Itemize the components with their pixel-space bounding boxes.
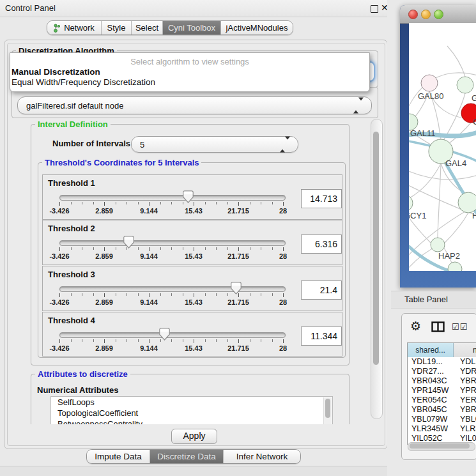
tab-network[interactable]: Network [47, 21, 101, 35]
threshold-2-value[interactable]: 6.316 [301, 234, 342, 254]
settings-viewport: Interval Definition Number of Intervals … [8, 119, 369, 424]
slider-tick [171, 293, 172, 296]
slider-track[interactable] [59, 240, 286, 246]
threshold-4-slider[interactable]: -3.4262.8599.14415.4321.71528 [57, 328, 287, 355]
table-row[interactable]: YBL079WYBL0 [408, 415, 476, 424]
minimize-traffic-light[interactable] [421, 10, 431, 19]
slider-track[interactable] [59, 332, 286, 338]
column-name[interactable]: n [454, 343, 476, 357]
attributes-scrollbar[interactable] [323, 397, 332, 424]
tab-style[interactable]: Style [101, 21, 131, 35]
slider-tick [116, 247, 116, 250]
slider-tick [59, 202, 60, 206]
cell-name[interactable]: YLR3 [457, 424, 476, 434]
number-of-intervals-label: Number of Intervals [52, 139, 130, 148]
slider-tick-label: -3.426 [49, 344, 69, 352]
threshold-2-slider[interactable]: -3.4262.8599.14415.4321.71528 [57, 236, 287, 263]
slider-thumb[interactable] [183, 190, 194, 203]
slider-tick [250, 339, 250, 342]
table-data-combo[interactable]: galFiltered.sif default node [17, 96, 372, 114]
cell-name[interactable]: YBR0 [457, 376, 476, 386]
attribute-item[interactable]: TopologicalCoefficient [51, 408, 332, 418]
number-of-intervals-spinner[interactable]: 5 [131, 136, 298, 153]
option-equal-width-frequency[interactable]: Equal Width/Frequency Discretization [12, 77, 155, 87]
threshold-1-box: Threshold 1 -3.4262.8599.14415.4321.7152… [42, 174, 342, 220]
cell-name[interactable]: YDL1 [457, 357, 476, 367]
cell-shared-name[interactable]: YLR345W [408, 424, 457, 434]
tab-infer-network[interactable]: Infer Network [223, 450, 300, 463]
interval-definition-group: Interval Definition Number of Intervals … [31, 124, 349, 365]
tab-discretize-data[interactable]: Discretize Data [150, 450, 223, 463]
slider-tick-label: 9.144 [140, 252, 158, 260]
slider-thumb[interactable] [231, 282, 242, 295]
cell-name[interactable]: YBL0 [457, 415, 476, 424]
numerical-attributes-list[interactable]: SelfLoopsTopologicalCoefficientBetweenne… [50, 396, 333, 424]
float-panel-icon[interactable] [371, 5, 378, 13]
cell-shared-name[interactable]: YER054C [408, 395, 457, 405]
slider-tick [227, 202, 228, 204]
zoom-traffic-light[interactable] [434, 10, 443, 19]
cell-shared-name[interactable]: YBL079W [408, 415, 457, 424]
network-canvas[interactable]: GAL80 G GAL11 GAL4 GCY1 H HAP2 C [409, 23, 476, 271]
node-gal80[interactable] [421, 75, 438, 91]
tab-impute-data[interactable]: Impute Data [87, 450, 150, 463]
cell-shared-name[interactable]: YBR045C [408, 405, 457, 415]
network-icon [54, 24, 61, 33]
slider-tick-label: 9.144 [140, 207, 158, 215]
table-hscrollbar[interactable] [408, 442, 475, 451]
slider-tick-label: 28 [279, 207, 287, 215]
node-bottom[interactable] [448, 262, 462, 271]
threshold-3-value[interactable]: 21.4 [301, 280, 342, 300]
table-row[interactable]: YPR145WYPR1 [408, 386, 476, 395]
tab-jactivemnodules[interactable]: jActiveMNodules [220, 21, 293, 35]
tab-select[interactable]: Select [131, 21, 162, 35]
gear-icon[interactable]: ⚙ [410, 319, 421, 334]
control-panel-tabs: Network Style Select Cyni Toolbox jActiv… [47, 20, 293, 35]
cell-name[interactable]: YER0 [457, 395, 476, 405]
threshold-3-slider[interactable]: -3.4262.8599.14415.4321.71528 [57, 282, 287, 309]
table-row[interactable]: YBR043CYBR0 [408, 376, 476, 386]
slider-tick [82, 339, 82, 342]
cell-name[interactable]: YPR1 [457, 386, 476, 395]
split-columns-icon[interactable] [431, 321, 445, 335]
checkbox-filter-icons[interactable]: ☑☑ [452, 322, 468, 332]
slider-tick [238, 339, 239, 343]
cell-name[interactable]: YDR2 [457, 367, 476, 376]
attribute-item[interactable]: SelfLoops [51, 397, 332, 408]
column-shared-name[interactable]: shared... [408, 343, 454, 357]
table-row[interactable]: YDL19...YDL1 [408, 357, 476, 367]
attribute-item[interactable]: BetweennessCentrality [51, 418, 332, 424]
threshold-4-value[interactable]: 11.344 [301, 326, 342, 346]
network-graph: GAL80 G GAL11 GAL4 GCY1 H HAP2 C [409, 23, 476, 271]
network-window-titlebar[interactable] [400, 5, 476, 24]
node-h[interactable] [458, 192, 476, 213]
slider-thumb[interactable] [159, 328, 170, 341]
threshold-1-slider[interactable]: -3.4262.8599.14415.4321.71528 [57, 190, 287, 217]
apply-button[interactable]: Apply [171, 429, 217, 444]
node-hap2[interactable] [431, 238, 445, 252]
slider-tick [160, 293, 161, 296]
cell-shared-name[interactable]: YDL19... [408, 357, 457, 367]
slider-track[interactable] [59, 195, 286, 201]
table-row[interactable]: YBR045CYBR0 [408, 405, 476, 415]
slider-tick [116, 202, 116, 204]
table-row[interactable]: YLR345WYLR3 [408, 424, 476, 434]
table-row[interactable]: YER054CYER0 [408, 395, 476, 405]
slider-track[interactable] [59, 286, 286, 292]
node-g[interactable] [457, 77, 473, 93]
cell-shared-name[interactable]: YDR27... [408, 367, 457, 376]
cell-shared-name[interactable]: YPR145W [408, 386, 457, 395]
slider-tick [149, 202, 150, 206]
threshold-1-value[interactable]: 14.713 [301, 189, 342, 208]
slider-tick [138, 202, 139, 204]
close-traffic-light[interactable] [408, 10, 418, 19]
cell-shared-name[interactable]: YBR043C [408, 376, 457, 386]
slider-thumb[interactable] [123, 236, 134, 249]
settings-scrollbar[interactable] [371, 119, 383, 419]
hscroll-thumb[interactable] [410, 443, 470, 449]
tab-cyni-toolbox[interactable]: Cyni Toolbox [162, 21, 220, 35]
cell-name[interactable]: YBR0 [457, 405, 476, 415]
table-row[interactable]: YDR27...YDR2 [408, 367, 476, 376]
option-manual-discretization[interactable]: Manual Discretization [12, 67, 100, 77]
scrollbar-thumb[interactable] [373, 132, 379, 365]
